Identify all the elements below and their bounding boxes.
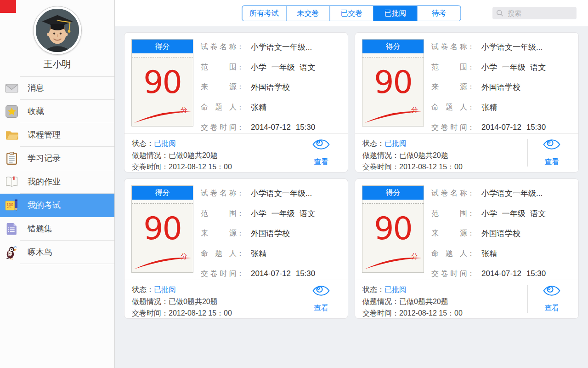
sidebar-item-my-homework[interactable]: 我的作业: [0, 170, 114, 194]
field-value: 小学 一年级 语文: [251, 208, 315, 219]
field-value: 小学 一年级 语文: [251, 62, 315, 73]
icon-star: [5, 104, 19, 119]
exam-card-top: 得分 90 分 试卷名称： 小学语文一年级... 范围： 小学 一年级 语文 来…: [355, 33, 578, 134]
exam-filter-tabs: 所有考试未交卷已交卷已批阅待考: [242, 6, 461, 21]
exam-field-row: 范围： 小学 一年级 语文: [201, 58, 344, 78]
exam-card: 得分 90 分 试卷名称： 小学语文一年级... 范围： 小学 一年级 语文 来…: [355, 178, 579, 319]
tab-label: 未交卷: [297, 9, 319, 17]
status-label: 状态: [132, 286, 147, 293]
score-perforation: [362, 53, 424, 58]
field-label: 交卷时间: [201, 123, 237, 132]
field-value: 2014-07-12 15:30: [481, 123, 546, 132]
progress-value: 已做0题共20题: [169, 151, 218, 159]
field-value: 张精: [251, 102, 266, 113]
view-button[interactable]: 查看: [301, 138, 341, 167]
field-value: 张精: [251, 248, 266, 259]
exam-info: 试卷名称： 小学语文一年级... 范围： 小学 一年级 语文 来源： 外国语学校…: [431, 184, 575, 284]
tab-submitted[interactable]: 已交卷: [330, 6, 373, 21]
submit-time-value: 2012-08-12 15：00: [399, 309, 463, 317]
field-label: 命题人: [431, 249, 467, 259]
search-input[interactable]: [507, 9, 573, 17]
exam-info: 试卷名称： 小学语文一年级... 范围： 小学 一年级 语文 来源： 外国语学校…: [201, 184, 344, 284]
sidebar-item-woodpecker[interactable]: 啄木鸟: [0, 241, 114, 264]
exam-card-top: 得分 90 分 试卷名称： 小学语文一年级... 范围： 小学 一年级 语文 来…: [124, 33, 348, 134]
submit-time-label: 交卷时间: [362, 309, 392, 317]
score-swoosh-icon: [364, 254, 423, 270]
sidebar-item-label: 错题集: [28, 217, 52, 241]
eye-icon: [543, 138, 561, 151]
exam-field-row: 试卷名称： 小学语文一年级...: [201, 37, 344, 58]
sidebar-item-favorites[interactable]: 收藏: [0, 100, 114, 123]
field-label: 范围: [201, 209, 237, 218]
sidebar: 王小明 消息 收藏 课程管理 学习记录 我的作业 我的考试 错题集 啄木鸟: [0, 0, 115, 368]
sidebar-item-messages[interactable]: 消息: [0, 76, 114, 100]
tab-label: 所有考试: [249, 9, 279, 17]
field-value: 小学语文一年级...: [481, 42, 543, 52]
exam-card-bottom: 状态：已批阅 做题情况：已做0题共20题 交卷时间：2012-08-12 15：…: [124, 134, 348, 172]
exam-field-row: 试卷名称： 小学语文一年级...: [431, 184, 575, 204]
field-value: 小学 一年级 语文: [481, 208, 546, 219]
exam-field-row: 来源： 外国语学校: [431, 77, 575, 98]
sidebar-item-my-exams[interactable]: 我的考试: [0, 194, 114, 217]
sidebar-menu: 消息 收藏 课程管理 学习记录 我的作业 我的考试 错题集 啄木鸟: [0, 76, 114, 264]
submit-time-label: 交卷时间: [132, 163, 161, 171]
exam-card-bottom: 状态：已批阅 做题情况：已做0题共20题 交卷时间：2012-08-12 15：…: [355, 134, 578, 172]
sidebar-item-label: 我的作业: [28, 170, 61, 194]
exam-field-row: 命题人： 张精: [201, 244, 344, 264]
exam-card-bottom: 状态：已批阅 做题情况：已做0题共20题 交卷时间：2012-08-12 15：…: [124, 280, 348, 319]
exam-field-row: 来源： 外国语学校: [201, 224, 344, 244]
score-box: 得分 90 分: [131, 39, 193, 126]
view-button-label: 查看: [531, 302, 572, 314]
score-header: 得分: [362, 40, 424, 53]
exam-field-row: 命题人： 张精: [431, 244, 575, 264]
top-bar: 所有考试未交卷已交卷已批阅待考: [115, 0, 588, 26]
icon-folder: [5, 128, 19, 142]
field-value: 2014-07-12 15:30: [251, 123, 315, 132]
avatar[interactable]: [33, 6, 82, 55]
tab-upcoming[interactable]: 待考: [417, 6, 461, 21]
corner-marker: [0, 0, 16, 13]
view-button-label: 查看: [301, 156, 341, 168]
search-icon: [496, 9, 503, 17]
field-label: 命题人: [201, 103, 237, 112]
field-label: 来源: [431, 82, 467, 92]
icon-wrongset: [5, 222, 19, 236]
view-button[interactable]: 查看: [301, 284, 341, 314]
progress-label: 做题情况: [362, 298, 392, 305]
score-perforation: [132, 53, 193, 58]
field-label: 试卷名称: [431, 42, 467, 52]
tab-all-exams[interactable]: 所有考试: [243, 6, 286, 21]
sidebar-item-label: 课程管理: [28, 123, 61, 147]
exam-info: 试卷名称： 小学语文一年级... 范围： 小学 一年级 语文 来源： 外国语学校…: [431, 37, 575, 138]
avatar-photo: [36, 9, 79, 52]
sidebar-item-course-management[interactable]: 课程管理: [0, 123, 114, 147]
field-label: 试卷名称: [201, 42, 237, 52]
score-header: 得分: [362, 186, 424, 200]
view-button-label: 查看: [531, 156, 572, 168]
progress-value: 已做0题共20题: [399, 298, 448, 305]
search-box[interactable]: [492, 7, 577, 19]
score-value: 90: [132, 67, 193, 98]
score-value: 90: [132, 213, 193, 244]
tab-graded[interactable]: 已批阅: [373, 6, 417, 21]
exam-card-bottom: 状态：已批阅 做题情况：已做0题共20题 交卷时间：2012-08-12 15：…: [355, 280, 578, 319]
sidebar-item-wrong-questions[interactable]: 错题集: [0, 217, 114, 241]
sidebar-item-label: 收藏: [28, 100, 44, 123]
view-button[interactable]: 查看: [531, 284, 572, 314]
tab-not-submitted[interactable]: 未交卷: [286, 6, 330, 21]
view-button[interactable]: 查看: [531, 138, 572, 167]
eye-icon: [312, 138, 330, 151]
field-value: 2014-07-12 15:30: [481, 269, 546, 278]
submit-time-value: 2012-08-12 15：00: [399, 163, 463, 171]
field-value: 外国语学校: [251, 228, 290, 239]
score-swoosh-icon: [364, 108, 423, 124]
sidebar-item-study-records[interactable]: 学习记录: [0, 147, 114, 170]
submit-time-value: 2012-08-12 15：00: [169, 163, 232, 171]
icon-mail: [5, 81, 19, 95]
exam-field-row: 来源： 外国语学校: [201, 77, 344, 98]
status-badge: 已批阅: [384, 139, 407, 147]
field-value: 小学语文一年级...: [251, 42, 312, 52]
status-badge: 已批阅: [154, 286, 176, 293]
progress-value: 已做0题共20题: [169, 298, 218, 305]
submit-time-label: 交卷时间: [362, 163, 392, 171]
